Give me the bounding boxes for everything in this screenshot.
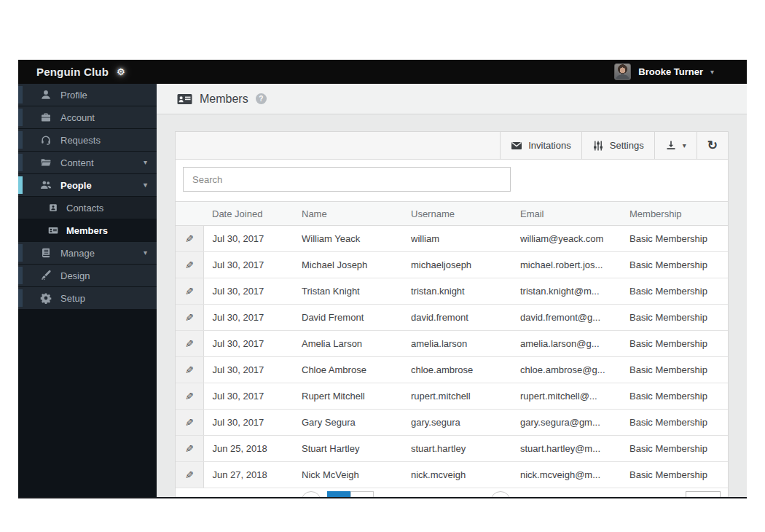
invitations-label: Invitations (528, 140, 571, 151)
pencil-icon: ✎ (185, 417, 194, 429)
column-header-membership[interactable]: Membership (621, 202, 728, 226)
membership-cell: Basic Membership (621, 252, 728, 278)
username-cell: michaeljoseph (402, 252, 511, 278)
sidebar-item-contacts[interactable]: Contacts (18, 197, 157, 219)
sidebar-item-label: Profile (60, 90, 87, 101)
username-cell: chloe.ambrose (402, 357, 511, 383)
site-name: Penguin Club (36, 66, 109, 78)
user-name: Brooke Turner (638, 66, 703, 77)
sidebar-item-manage[interactable]: Manage▾ (18, 242, 157, 265)
date-cell: Jul 30, 2017 (203, 252, 293, 278)
username-cell: tristan.knight (402, 278, 511, 305)
edit-record-button[interactable]: ✎ (176, 383, 203, 410)
pager-prev-button[interactable]: ‹ (301, 491, 321, 498)
sidebar-item-content[interactable]: Content▾ (18, 152, 157, 174)
sidebar-item-accent-bar (18, 109, 23, 126)
export-button[interactable]: ▾ (654, 132, 697, 159)
contact-card-icon (48, 203, 58, 213)
email-cell: stuart.hartley@m... (511, 436, 621, 462)
table-row: ✎Jul 30, 2017David Fremontdavid.fremontd… (176, 305, 728, 331)
sidebar-item-label: Contacts (66, 203, 103, 214)
username-cell: gary.segura (402, 410, 511, 436)
table-row: ✎Jul 30, 2017Tristan Knighttristan.knigh… (176, 278, 728, 305)
brand: Penguin Club ⚙ (18, 66, 125, 78)
briefcase-icon (40, 112, 52, 123)
username-cell: david.fremont (402, 305, 511, 331)
column-header-name[interactable]: Name (293, 202, 402, 226)
pager-pages: 12 (327, 491, 374, 498)
date-cell: Jul 30, 2017 (203, 357, 293, 383)
app-window: Penguin Club ⚙ Brooke Turner ▾ ProfileAc… (18, 60, 747, 498)
sidebar-item-label: Requests (60, 135, 101, 146)
help-circle-icon[interactable]: ? (256, 93, 267, 104)
membership-cell: Basic Membership (621, 278, 728, 305)
sidebar-item-design[interactable]: Design (18, 265, 157, 287)
username-cell: amelia.larson (402, 331, 511, 357)
name-cell: Gary Segura (293, 410, 402, 436)
name-cell: Stuart Hartley (293, 436, 402, 462)
edit-record-button[interactable]: ✎ (176, 331, 203, 357)
sidebar: ProfileAccountRequestsContent▾People▾Con… (18, 84, 157, 497)
pager-page-2[interactable]: 2 (350, 491, 374, 498)
email-cell: william@yeack.com (511, 226, 621, 252)
headset-icon (40, 134, 52, 146)
avatar[interactable] (614, 63, 631, 80)
page-size-value: 10 (694, 496, 704, 499)
chevron-down-icon: ▾ (709, 497, 713, 498)
pager-next-button[interactable]: › (490, 491, 511, 498)
chevron-down-icon: ▾ (144, 249, 147, 257)
table-header-row: Date JoinedNameUsernameEmailMembership (176, 202, 728, 226)
membership-cell: Basic Membership (621, 462, 728, 488)
edit-record-button[interactable]: ✎ (176, 305, 203, 331)
column-header-username[interactable]: Username (402, 202, 511, 226)
column-header-email[interactable]: Email (511, 202, 621, 226)
membership-cell: Basic Membership (621, 331, 728, 357)
sidebar-item-setup[interactable]: Setup (18, 287, 157, 310)
people-icon (40, 179, 52, 191)
username-cell: rupert.mitchell (402, 383, 511, 410)
sidebar-item-profile[interactable]: Profile (18, 84, 157, 106)
table-row: ✎Jul 30, 2017William Yeackwilliamwilliam… (176, 226, 728, 252)
chevron-down-icon: ▾ (144, 159, 147, 166)
edit-record-button[interactable]: ✎ (176, 357, 203, 383)
page-title: Members (200, 93, 248, 106)
settings-button[interactable]: Settings (581, 132, 654, 159)
table-row: ✎Jun 25, 2018Stuart Hartleystuart.hartle… (176, 436, 728, 462)
sidebar-item-accent-bar (18, 154, 23, 171)
refresh-button[interactable]: ↻ (697, 132, 728, 159)
pencil-icon: ✎ (185, 364, 194, 376)
pencil-icon: ✎ (185, 233, 194, 245)
sidebar-item-people[interactable]: People▾ (18, 174, 157, 197)
chevron-down-icon: ▾ (710, 69, 714, 76)
sidebar-item-account[interactable]: Account (18, 106, 157, 129)
edit-record-button[interactable]: ✎ (176, 436, 203, 462)
edit-record-button[interactable]: ✎ (176, 278, 203, 305)
sidebar-item-accent-bar (18, 267, 23, 284)
pencil-icon: ✎ (185, 391, 194, 402)
user-menu[interactable]: Brooke Turner ▾ (614, 63, 747, 80)
email-cell: chloe.ambrose@g... (511, 357, 621, 383)
membership-cell: Basic Membership (621, 357, 728, 383)
paintbrush-icon (40, 270, 52, 281)
name-cell: Amelia Larson (293, 331, 402, 357)
edit-record-button[interactable]: ✎ (176, 252, 203, 278)
column-header-date-joined[interactable]: Date Joined (203, 202, 293, 226)
date-cell: Jul 30, 2017 (203, 331, 293, 357)
sidebar-item-label: Design (60, 270, 90, 281)
search-input[interactable] (183, 167, 511, 192)
gear-icon[interactable]: ⚙ (117, 67, 125, 77)
settings-label: Settings (610, 140, 644, 151)
download-icon (665, 140, 677, 152)
edit-record-button[interactable]: ✎ (176, 410, 203, 436)
pager-page-1[interactable]: 1 (327, 491, 350, 498)
sidebar-item-accent-bar (18, 244, 23, 262)
sidebar-item-members[interactable]: Members (18, 219, 157, 242)
sidebar-item-accent-bar (18, 289, 23, 307)
invitations-button[interactable]: Invitations (500, 132, 581, 159)
edit-record-button[interactable]: ✎ (176, 462, 203, 488)
edit-record-button[interactable]: ✎ (176, 226, 203, 252)
page-size-select[interactable]: 10 ▾ (686, 491, 721, 498)
pencil-icon: ✎ (185, 469, 194, 481)
sidebar-item-requests[interactable]: Requests (18, 129, 157, 152)
sidebar-item-label: Account (60, 112, 95, 123)
